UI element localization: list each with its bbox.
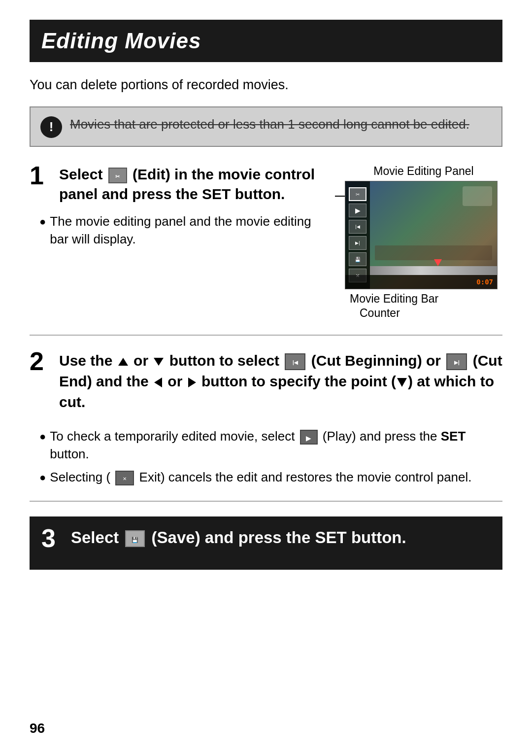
triangle-down-icon: [154, 358, 164, 366]
edit-icon: ✂: [108, 168, 127, 183]
bullet-dot-2b: ●: [39, 470, 46, 485]
panel-icon-save: 💾: [349, 252, 366, 266]
warning-text: Movies that are protected or less than 1…: [70, 115, 469, 133]
warning-icon: !: [40, 116, 62, 138]
cut-point-icon: [397, 378, 407, 387]
step-1-bullet-1: ● The movie editing panel and the movie …: [39, 212, 330, 248]
step-1-bullets: ● The movie editing panel and the movie …: [39, 212, 330, 248]
image-with-arrow: ✂ ▶ |◀ ▶| 💾 ✕: [345, 181, 502, 289]
step-2-header: 2 Use the or button to select |◀ (Cut Be…: [30, 350, 502, 419]
set-bold-3: SET: [315, 528, 347, 547]
step-3: 3 Select 💾 (Save) and press the SET butt…: [30, 516, 502, 570]
camera-bottom-bar: 0:07: [345, 275, 497, 289]
divider-1: [30, 335, 502, 336]
panel-icon-play: ▶: [349, 204, 366, 217]
page-number: 96: [30, 721, 45, 736]
step-2-bullet-2-text: Selecting ( ✕ Exit) cancels the edit and…: [50, 468, 471, 486]
camera-screen: ✂ ▶ |◀ ▶| 💾 ✕: [345, 181, 497, 289]
bullet-dot-2a: ●: [39, 429, 46, 445]
bullet-dot: ●: [39, 214, 46, 230]
set-bold-2a: SET: [441, 429, 466, 444]
save-icon: 💾: [125, 530, 145, 547]
step-2-number: 2: [30, 348, 54, 374]
play-icon: ▶: [300, 430, 318, 445]
page-title: Editing Movies: [41, 29, 491, 53]
editing-bar: [370, 266, 497, 275]
ground-element: [375, 245, 492, 260]
panel-icon-edit: ✂: [349, 187, 366, 201]
intro-text: You can delete portions of recorded movi…: [30, 76, 502, 95]
step-1-number: 1: [30, 163, 54, 188]
step-2: 2 Use the or button to select |◀ (Cut Be…: [30, 350, 502, 486]
warning-box: ! Movies that are protected or less than…: [30, 106, 502, 147]
panel-icon-cut2: ▶|: [349, 236, 366, 250]
cut-beginning-icon: |◀: [285, 353, 305, 370]
step-2-title: Use the or button to select |◀ (Cut Begi…: [59, 350, 502, 412]
camera-image: ✂ ▶ |◀ ▶| 💾 ✕: [345, 181, 498, 289]
step-1-header: 1 Select ✂ (Edit) in the movie control p…: [30, 165, 330, 205]
step-1-bullet-1-text: The movie editing panel and the movie ed…: [50, 212, 330, 248]
movie-editing-panel-label: Movie Editing Panel: [345, 165, 502, 178]
divider-2: [30, 501, 502, 502]
triangle-left-icon: [154, 378, 162, 387]
scene-content: [370, 181, 497, 275]
movie-editing-bar-label: Movie Editing Bar: [350, 292, 502, 306]
step-1-image-area: Movie Editing Panel ✂ ▶ |◀ ▶|: [345, 165, 502, 320]
step-2-bullet-1-text: To check a temporarily edited movie, sel…: [50, 427, 502, 463]
exit-icon: ✕: [115, 471, 134, 485]
camera-panel-left: ✂ ▶ |◀ ▶| 💾 ✕: [345, 181, 370, 289]
bar-arrow: [434, 259, 442, 266]
time-counter: 0:07: [476, 278, 493, 286]
step-2-bullets: ● To check a temporarily edited movie, s…: [39, 427, 502, 486]
step-1-title: Select ✂ (Edit) in the movie control pan…: [59, 165, 330, 205]
triangle-up-icon: [118, 358, 128, 366]
step-2-bullet-2: ● Selecting ( ✕ Exit) cancels the edit a…: [39, 468, 502, 486]
image-bottom-labels: Movie Editing Bar Counter: [350, 292, 502, 320]
title-bar: Editing Movies: [30, 20, 502, 62]
set-bold-1: SET: [202, 186, 231, 202]
step-3-number: 3: [41, 525, 66, 551]
counter-label: Counter: [360, 307, 502, 320]
step-3-title: Select 💾 (Save) and press the SET button…: [71, 527, 406, 549]
step-3-header: 3 Select 💾 (Save) and press the SET butt…: [41, 527, 491, 551]
step-1: 1 Select ✂ (Edit) in the movie control p…: [30, 165, 502, 320]
step-2-bullet-1: ● To check a temporarily edited movie, s…: [39, 427, 502, 463]
page-container: Editing Movies You can delete portions o…: [0, 0, 532, 756]
sky-element: [463, 186, 492, 206]
panel-icon-cut1: |◀: [349, 220, 366, 234]
triangle-right-icon: [188, 378, 196, 387]
cut-end-icon: ▶|: [446, 353, 467, 370]
